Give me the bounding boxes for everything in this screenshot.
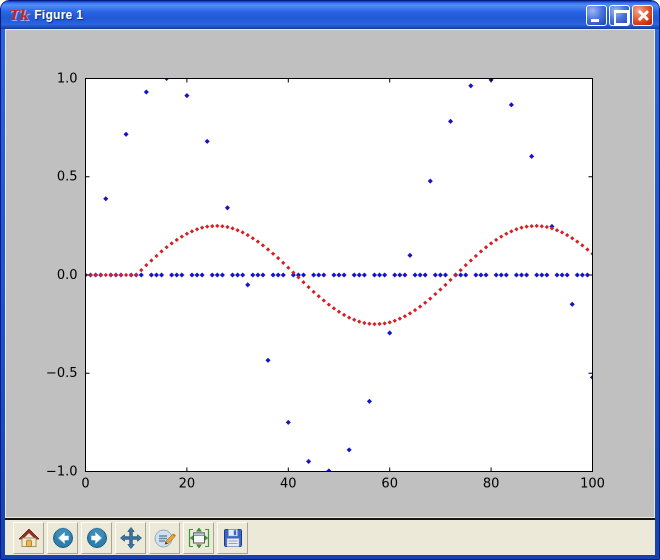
home-icon bbox=[17, 526, 41, 550]
figure-canvas[interactable] bbox=[6, 30, 654, 517]
subplots-icon bbox=[187, 526, 211, 550]
window-controls bbox=[586, 5, 653, 26]
zoom-rect-pencil-icon bbox=[153, 526, 177, 550]
window-title: Figure 1 bbox=[34, 8, 586, 22]
save-button[interactable] bbox=[217, 522, 248, 554]
forward-button[interactable] bbox=[81, 522, 112, 554]
navigation-toolbar bbox=[5, 520, 655, 555]
back-arrow-icon bbox=[51, 526, 75, 550]
figure-window: Tk Figure 1 bbox=[0, 0, 660, 560]
minimize-button[interactable] bbox=[586, 5, 607, 26]
forward-arrow-icon bbox=[85, 526, 109, 550]
save-floppy-icon bbox=[221, 526, 245, 550]
figure-canvas-area bbox=[6, 30, 654, 517]
pan-arrows-icon bbox=[119, 526, 143, 550]
zoom-to-rect-button[interactable] bbox=[149, 522, 180, 554]
configure-subplots-button[interactable] bbox=[183, 522, 214, 554]
window-client-area bbox=[5, 29, 655, 555]
back-button[interactable] bbox=[47, 522, 78, 554]
pan-button[interactable] bbox=[115, 522, 146, 554]
tk-app-icon[interactable]: Tk bbox=[8, 8, 28, 22]
title-bar[interactable]: Tk Figure 1 bbox=[1, 1, 659, 29]
home-button[interactable] bbox=[13, 522, 44, 554]
maximize-button[interactable] bbox=[609, 5, 630, 26]
close-button[interactable] bbox=[632, 5, 653, 26]
